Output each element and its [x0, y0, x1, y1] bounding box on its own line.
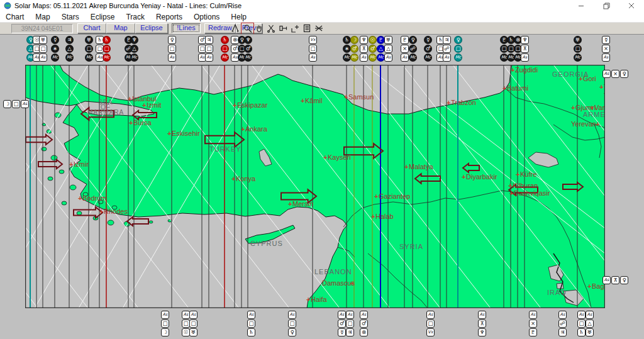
clamp-tool[interactable]	[277, 23, 289, 33]
glyph-badge: ☍	[409, 45, 417, 53]
glyph-badge: ×	[529, 320, 537, 328]
city-label: Vanadzor	[594, 104, 605, 111]
glyph-badge: ×	[401, 45, 409, 53]
city-label: Izmit	[147, 101, 161, 109]
glyph-badge: △	[384, 45, 392, 53]
point-tool[interactable]	[289, 23, 301, 33]
country-label: TURKEY	[209, 145, 242, 153]
line-marker-bottom: As♂⊗	[360, 311, 368, 337]
city-label: Ankara	[245, 125, 268, 133]
line-marker-bottom: As⊼♆	[478, 311, 486, 337]
line-marker-top: ♇×As	[401, 36, 409, 62]
glyph-badge: Vx	[309, 36, 317, 44]
glyph-badge: □	[247, 320, 255, 328]
city-label: Gaziantep	[379, 192, 410, 200]
glyph-badge: ♅	[586, 328, 594, 336]
city-marker: +	[241, 125, 245, 133]
glyph-badge: As	[346, 311, 354, 319]
line-marker-top: ♆⊼As	[521, 36, 529, 62]
jack-tool[interactable]	[313, 23, 325, 33]
menu-item-help[interactable]: Help	[225, 11, 252, 22]
menu-item-eclipse[interactable]: Eclipse	[85, 11, 121, 22]
glyph-badge: ☿	[602, 36, 610, 44]
line-marker-top: ☿∗Mc	[51, 36, 59, 62]
menu-item-options[interactable]: Options	[188, 11, 225, 22]
glyph-badge: Mc	[65, 53, 74, 62]
cut-tool[interactable]	[265, 23, 277, 33]
city-marker: +	[509, 189, 513, 197]
glyph-badge: ⊼	[478, 320, 486, 328]
glyph-badge: ×	[602, 45, 610, 53]
line-marker-top: ♅□Mc	[85, 36, 93, 62]
city-marker: +	[511, 66, 514, 74]
report-tool[interactable]	[301, 23, 313, 33]
line-marker-bottom: As□☽	[161, 311, 169, 337]
city-marker: +	[404, 163, 408, 170]
menu-item-track[interactable]: Track	[120, 11, 150, 22]
eclipse-button[interactable]: Eclipse	[135, 23, 168, 33]
fit-tool[interactable]	[229, 23, 241, 33]
maximize-button[interactable]	[594, 0, 619, 11]
glyph-badge: □	[189, 320, 197, 328]
glyph-badge: ♅	[85, 36, 93, 44]
city-marker: +	[516, 170, 519, 178]
glyph-badge: ♄	[247, 328, 255, 336]
glyph-badge: ♆	[478, 328, 486, 336]
glyph-badge: ♀	[409, 36, 417, 44]
close-button[interactable]	[619, 0, 644, 11]
glyph-badge: Mc	[103, 53, 111, 62]
map-button[interactable]: Map	[106, 23, 135, 33]
svg-text:+: +	[596, 120, 599, 128]
glyph-badge: ⊼	[521, 45, 529, 53]
glyph-badge: □	[205, 45, 213, 53]
glyph-badge: As	[602, 53, 610, 62]
city-marker: +	[142, 101, 146, 109]
city-label: Izmir	[74, 160, 89, 168]
city-marker: +	[231, 175, 235, 182]
line-marker-bottom: As△♅	[586, 311, 594, 337]
line-marker-top: ☿♂Mc	[424, 36, 432, 62]
city-marker: +	[78, 194, 82, 202]
svg-text:+: +	[350, 279, 354, 287]
zoom-tool[interactable]	[241, 23, 254, 35]
menu-item-stars[interactable]: Stars	[56, 11, 85, 22]
city-marker: +	[167, 130, 171, 137]
line-marker-top: ♅□As	[39, 36, 47, 62]
glyph-badge: ♄	[577, 328, 586, 336]
glyph-badge: ☿	[424, 36, 432, 44]
line-marker-top: ♅□Mc	[574, 36, 582, 62]
menu-item-chart[interactable]: Chart	[0, 11, 30, 22]
line-marker-top: ♆⊼As	[360, 36, 368, 62]
glyph-badge: □	[221, 45, 229, 53]
glyph-badge: Mc	[369, 53, 377, 62]
pan-tool[interactable]	[253, 23, 265, 33]
minimize-button[interactable]	[569, 0, 594, 11]
glyph-badge: As	[521, 53, 529, 62]
city-marker: +	[288, 200, 292, 208]
city-label: Yerevan	[571, 120, 596, 128]
chart-button[interactable]: Chart	[77, 23, 106, 33]
glyph-badge: □	[39, 45, 47, 53]
line-marker-bottom: As×♇	[529, 311, 537, 337]
glyph-badge: ♂	[244, 45, 252, 53]
menu-bar: ChartMapStarsEclipseTrackReportsOptionsH…	[0, 11, 644, 23]
city-marker: +	[508, 182, 512, 189]
line-marker-edge: As×♀	[602, 70, 629, 78]
city-marker: +	[129, 119, 133, 126]
city-marker: +	[69, 160, 73, 168]
glyph-badge: □	[103, 45, 111, 53]
glyph-badge: ♃	[558, 328, 567, 336]
glyph-badge: □	[577, 320, 586, 328]
menu-item-reports[interactable]: Reports	[150, 11, 188, 22]
glyph-badge: ♆	[130, 36, 138, 44]
glyph-badge: ☉	[369, 36, 377, 44]
astro-map[interactable]: SEAOFMARMARATURKEYGEORGIAARMENIACYPRUSSY…	[25, 65, 605, 308]
glyph-badge: As	[39, 53, 47, 62]
city-label: Eskipazar	[237, 101, 268, 109]
city-marker: +	[447, 99, 450, 106]
glyph-badge: ♃	[346, 328, 354, 336]
menu-item-map[interactable]: Map	[30, 11, 55, 22]
city-label: Bursa	[133, 119, 152, 126]
line-marker-top: ♅△As	[384, 36, 392, 62]
lines-button[interactable]: !Lines	[172, 23, 201, 33]
